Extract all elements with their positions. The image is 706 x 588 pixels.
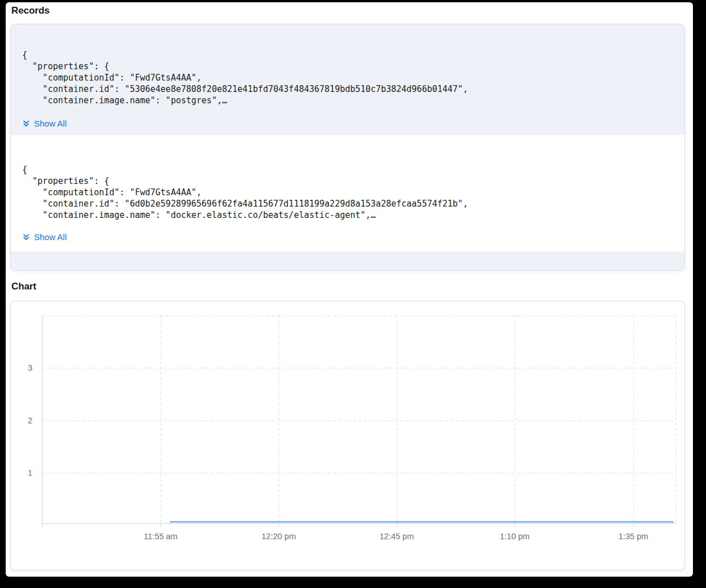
record-json-1: { "properties": { "computationId": "Fwd7… [22,49,468,106]
show-all-label: Show All [34,118,67,129]
gridline-h [42,316,676,316]
gridline-v [279,316,279,523]
gridline-v [397,316,397,523]
records-section-title: Records [11,5,49,17]
y-axis-label: 3 [11,362,32,373]
double-chevron-down-icon [22,120,30,128]
chart-panel: 3 2 1 11:55 am 12:20 pm 12:45 pm 1:10 pm… [10,301,685,570]
y-axis-line [42,316,43,526]
json-line: "properties": { [22,175,468,187]
y-axis-label: 2 [11,415,32,426]
x-axis-label: 12:45 pm [360,531,434,542]
x-axis-tick [397,523,397,527]
json-line: "computationId": "Fwd7GtsA4AA", [22,72,468,83]
record-row-3-partial [11,251,684,271]
show-all-button[interactable]: Show All [22,118,67,129]
app-window: Records { "properties": { "computationId… [6,2,693,577]
x-axis-label: 11:55 am [124,531,197,542]
show-all-label: Show All [34,232,67,243]
x-axis-label: 1:10 pm [478,531,552,542]
json-line: { [22,49,468,61]
x-axis-label: 12:20 pm [242,531,316,542]
json-line: "container.id": "5306e4ee8e7808f20e821e4… [22,83,468,95]
gridline-v [676,316,676,523]
x-axis-line [42,523,676,524]
x-axis-label: 1:35 pm [596,531,670,542]
json-line: "computationId": "Fwd7GtsA4AA", [22,187,468,198]
json-line: "container.image.name": "postgres",… [22,95,468,106]
gridline-h [42,473,676,473]
json-line: { [22,164,468,175]
records-panel: { "properties": { "computationId": "Fwd7… [10,24,685,271]
x-axis-tick [279,523,279,527]
series-line [170,521,674,523]
json-line: "properties": { [22,61,468,72]
gridline-v [633,316,634,523]
json-line: "container.id": "6d0b2e59289965696f62fa4… [22,198,468,209]
gridline-h [42,421,676,421]
chart-plot-area: 3 2 1 11:55 am 12:20 pm 12:45 pm 1:10 pm… [11,301,684,570]
record-row-1: { "properties": { "computationId": "Fwd7… [11,24,684,135]
x-axis-tick [633,523,634,527]
x-axis-tick [515,523,515,527]
y-axis-label: 1 [11,467,32,478]
gridline-h [42,368,676,368]
double-chevron-down-icon [22,233,30,241]
show-all-button[interactable]: Show All [22,232,67,243]
record-json-2: { "properties": { "computationId": "Fwd7… [22,164,468,221]
gridline-v [515,316,515,523]
chart-section-title: Chart [11,280,36,293]
json-line: "container.image.name": "docker.elastic.… [22,209,468,221]
gridline-v [161,316,161,523]
x-axis-tick [161,523,161,527]
record-row-2: { "properties": { "computationId": "Fwd7… [11,135,684,251]
